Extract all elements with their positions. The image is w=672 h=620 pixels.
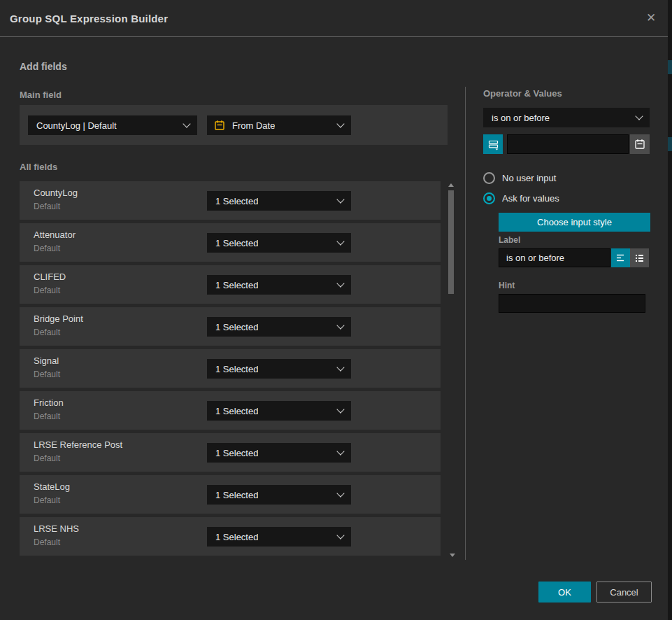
field-selection-dropdown[interactable]: 1 Selected [207,443,351,463]
calendar-icon [214,120,225,133]
selected-count: 1 Selected [215,196,258,206]
main-field-value: From Date [232,120,275,131]
field-name: LRSE NHS [34,523,79,534]
chevron-down-icon [336,195,344,203]
date-picker-button[interactable] [630,134,650,154]
hint-field-label: Hint [499,281,515,290]
scroll-down-arrow-icon[interactable] [450,554,455,557]
field-layer: Default [34,453,60,463]
field-row: LRSE NHS Default 1 Selected [20,517,441,556]
field-selection-dropdown[interactable]: 1 Selected [207,317,351,337]
choose-input-style-button[interactable]: Choose input style [499,213,650,232]
align-left-icon [615,253,626,263]
field-layer: Default [34,202,60,211]
dialog-title: Group SQL Expression Builder [10,13,168,24]
selected-count: 1 Selected [215,364,258,374]
value-input[interactable] [507,134,629,154]
operator-value: is on or before [492,113,550,123]
field-selection-dropdown[interactable]: 1 Selected [207,275,351,295]
field-row: CLIFED Default 1 Selected [20,265,441,304]
field-row: CountyLog Default 1 Selected [20,181,441,220]
input-type-icon [487,139,499,150]
chevron-down-icon [336,279,344,287]
panel-divider [465,87,466,560]
field-row: Attenuator Default 1 Selected [20,223,441,262]
label-input[interactable] [499,248,610,267]
close-icon[interactable]: ✕ [643,10,659,27]
scrollbar-thumb[interactable] [448,190,454,294]
field-layer: Default [34,537,60,547]
calendar-icon [634,139,645,150]
align-left-style-button[interactable] [611,248,630,267]
cancel-button[interactable]: Cancel [596,582,652,603]
scroll-up-arrow-icon[interactable] [448,183,454,187]
group-sql-expression-builder-dialog: Group SQL Expression Builder ✕ Add field… [0,0,672,620]
main-field-dropdown[interactable]: From Date [207,115,351,135]
radio-label: No user input [502,173,556,183]
all-fields-list: CountyLog Default 1 Selected Attenuator … [20,181,441,556]
main-layer-value: CountyLog | Default [36,120,117,131]
chevron-down-icon [183,120,190,127]
radio-selected-icon [483,192,495,204]
main-layer-dropdown[interactable]: CountyLog | Default [28,115,197,135]
field-layer: Default [34,327,60,337]
label-field-label: Label [499,235,520,245]
chevron-down-icon [336,447,344,455]
background-app-edge [668,0,672,620]
list-style-button[interactable] [630,248,649,267]
hint-input[interactable] [499,294,645,313]
radio-icon [483,172,495,184]
field-layer: Default [34,369,60,379]
radio-label: Ask for values [502,193,559,204]
dialog-titlebar: Group SQL Expression Builder ✕ [0,0,668,37]
field-layer: Default [34,286,60,295]
input-type-button[interactable] [483,134,503,154]
chevron-down-icon [635,112,643,120]
chevron-down-icon [336,120,344,127]
chevron-down-icon [336,405,344,413]
operator-values-label: Operator & Values [483,88,562,99]
field-name: Bridge Point [34,313,83,324]
field-row: Friction Default 1 Selected [20,391,441,430]
field-name: Signal [34,355,59,366]
field-name: StateLog [34,481,70,492]
radio-no-user-input[interactable]: No user input [483,172,556,184]
main-field-label: Main field [20,90,62,100]
selected-count: 1 Selected [215,490,258,500]
radio-ask-for-values[interactable]: Ask for values [483,192,559,204]
chevron-down-icon [336,321,344,329]
add-fields-heading: Add fields [20,61,67,72]
list-icon [634,253,645,263]
operator-dropdown[interactable]: is on or before [483,108,650,127]
field-name: LRSE Reference Post [34,439,122,450]
field-selection-dropdown[interactable]: 1 Selected [207,485,351,505]
ok-button[interactable]: OK [538,582,591,603]
field-row: LRSE Reference Post Default 1 Selected [20,433,441,472]
field-selection-dropdown[interactable]: 1 Selected [207,233,351,253]
selected-count: 1 Selected [215,448,258,458]
field-name: CLIFED [34,272,66,282]
chevron-down-icon [336,531,344,539]
field-name: CountyLog [34,188,78,198]
chevron-down-icon [336,363,344,371]
selected-count: 1 Selected [215,238,258,248]
field-selection-dropdown[interactable]: 1 Selected [207,401,351,421]
background-fragment [668,60,672,74]
selected-count: 1 Selected [215,280,258,290]
selected-count: 1 Selected [215,406,258,416]
field-layer: Default [34,495,60,505]
main-field-panel: CountyLog | Default From Date [20,105,448,145]
field-row: Bridge Point Default 1 Selected [20,307,441,346]
field-row: StateLog Default 1 Selected [20,475,441,514]
field-selection-dropdown[interactable]: 1 Selected [207,191,351,211]
selected-count: 1 Selected [215,532,258,542]
background-fragment [668,137,672,151]
field-name: Friction [34,397,64,408]
field-layer: Default [34,244,60,253]
chevron-down-icon [336,489,344,497]
all-fields-label: All fields [20,162,57,172]
chevron-down-icon [336,237,344,245]
field-selection-dropdown[interactable]: 1 Selected [207,527,351,547]
field-selection-dropdown[interactable]: 1 Selected [207,359,351,379]
field-layer: Default [34,411,60,421]
